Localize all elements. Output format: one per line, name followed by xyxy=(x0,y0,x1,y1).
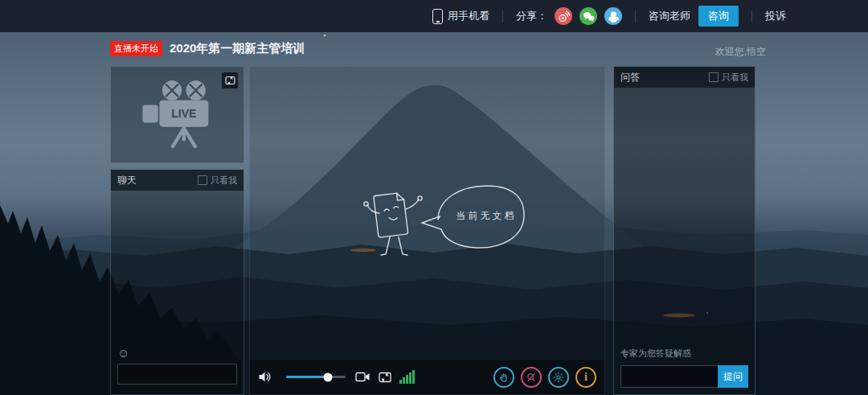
wechat-glyph xyxy=(582,10,596,23)
camera-icon[interactable] xyxy=(355,372,371,382)
qa-prompt-label: 专家为您答疑解惑 xyxy=(620,348,748,360)
chat-message-list[interactable] xyxy=(111,191,244,344)
volume-knob[interactable] xyxy=(323,372,332,381)
live-status-badge: 直播未开始 xyxy=(110,41,162,56)
divider xyxy=(751,10,752,23)
network-signal-icon xyxy=(399,370,416,384)
live-label: LIVE xyxy=(171,107,196,120)
share-wechat-icon[interactable] xyxy=(579,7,597,25)
qa-header: 问答 只看我 xyxy=(614,67,755,88)
webcast-app: 用手机看 分享： xyxy=(0,0,868,395)
chat-input[interactable] xyxy=(117,364,237,385)
topbar: 用手机看 分享： xyxy=(0,0,868,32)
volume-slider[interactable] xyxy=(286,376,346,378)
qq-glyph xyxy=(607,10,620,23)
document-stage: 当前无文档 xyxy=(249,66,605,395)
video-panel: LIVE xyxy=(110,66,244,163)
welcome-user-text: 欢迎您,悟空 xyxy=(715,45,766,59)
session-header: 直播未开始 2020年第一期新主管培训 xyxy=(110,41,305,56)
share-qq-icon[interactable] xyxy=(604,7,622,25)
share-weibo-icon[interactable] xyxy=(555,7,572,25)
qa-title: 问答 xyxy=(620,71,640,84)
qa-only-me-toggle[interactable]: 只看我 xyxy=(709,72,748,84)
qa-message-list[interactable] xyxy=(614,88,755,348)
consult-button[interactable]: 咨询 xyxy=(698,6,739,27)
live-camera-icon: LIVE xyxy=(129,75,227,152)
weibo-glyph xyxy=(557,10,571,23)
watch-on-phone-link[interactable]: 用手机看 xyxy=(448,9,489,23)
emoji-icon[interactable]: ☺ xyxy=(117,346,132,360)
chat-only-me-checkbox[interactable] xyxy=(198,175,207,185)
ask-question-button[interactable]: 提问 xyxy=(718,365,748,388)
divider xyxy=(635,10,636,23)
qa-only-me-checkbox[interactable] xyxy=(709,72,719,82)
chat-title: 聊天 xyxy=(117,174,137,187)
chat-panel: 聊天 只看我 ☺ xyxy=(110,169,244,395)
qa-panel: 问答 只看我 专家为您答疑解惑 提问 xyxy=(613,66,755,395)
raise-hand-icon[interactable] xyxy=(493,367,514,388)
consult-teacher-label: 咨询老师 xyxy=(649,9,690,23)
qa-question-input[interactable] xyxy=(620,365,718,388)
screen-swap-icon[interactable] xyxy=(379,372,391,383)
page-title: 2020年第一期新主管培训 xyxy=(170,41,305,56)
info-icon[interactable]: i xyxy=(575,367,596,388)
qa-footer: 专家为您答疑解惑 提问 xyxy=(614,348,755,394)
divider xyxy=(502,10,503,23)
no-document-text: 当前无文档 xyxy=(448,209,525,223)
volume-track[interactable] xyxy=(286,376,346,378)
volume-fill xyxy=(286,376,328,378)
phone-icon xyxy=(432,9,443,24)
chat-header: 聊天 只看我 xyxy=(111,170,244,191)
no-document-doodle: 当前无文档 xyxy=(354,170,531,266)
chat-footer: ☺ xyxy=(111,344,244,394)
share-label: 分享： xyxy=(516,9,547,23)
chat-only-me-label: 只看我 xyxy=(211,175,237,187)
player-control-bar: i xyxy=(250,360,604,394)
qa-icon[interactable] xyxy=(521,367,542,388)
qa-only-me-label: 只看我 xyxy=(722,72,748,84)
chat-only-me-toggle[interactable]: 只看我 xyxy=(198,175,237,187)
main-area: 直播未开始 2020年第一期新主管培训 欢迎您,悟空 xyxy=(0,32,868,395)
complaint-link[interactable]: 投诉 xyxy=(765,9,786,23)
sun-settings-icon[interactable] xyxy=(548,367,569,388)
stage-body: 当前无文档 xyxy=(250,67,604,360)
speaker-icon[interactable] xyxy=(258,371,272,383)
